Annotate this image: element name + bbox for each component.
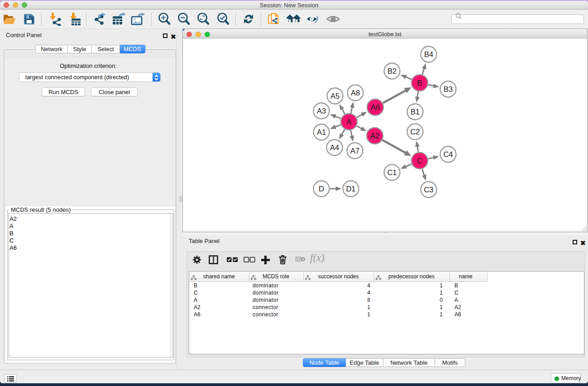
svg-text:C1: C1 [387, 168, 397, 176]
svg-text:A2: A2 [370, 132, 379, 140]
svg-text:C4: C4 [443, 150, 453, 158]
svg-text:C3: C3 [424, 186, 433, 194]
svg-text:A8: A8 [351, 89, 360, 97]
svg-text:A7: A7 [350, 147, 359, 155]
svg-text:B: B [417, 79, 422, 87]
svg-text:C: C [417, 157, 422, 165]
svg-text:C2: C2 [410, 128, 420, 136]
svg-text:A5: A5 [330, 92, 339, 100]
svg-text:A6: A6 [371, 103, 380, 111]
svg-text:A1: A1 [317, 128, 326, 136]
svg-text:D1: D1 [346, 185, 355, 193]
svg-text:D: D [319, 185, 324, 193]
svg-text:B4: B4 [424, 50, 433, 58]
svg-text:A3: A3 [317, 107, 326, 115]
svg-text:B3: B3 [444, 85, 453, 93]
svg-text:B2: B2 [387, 67, 397, 75]
svg-text:A: A [346, 118, 351, 126]
svg-text:B1: B1 [411, 108, 420, 116]
svg-text:A4: A4 [330, 143, 339, 152]
